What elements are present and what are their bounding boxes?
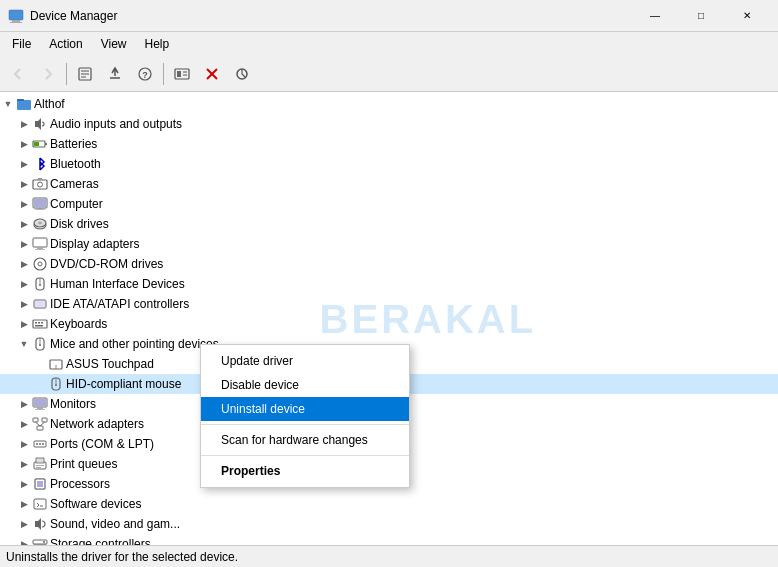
menu-view[interactable]: View (93, 35, 135, 53)
tree-item-computer[interactable]: ▶ Computer (0, 194, 778, 214)
minimize-button[interactable]: — (632, 0, 678, 32)
menu-action[interactable]: Action (41, 35, 90, 53)
uninstall-toolbar-button[interactable] (198, 60, 226, 88)
tree-item-ide[interactable]: ▶ IDE ATA/ATAPI controllers (0, 294, 778, 314)
svg-rect-31 (37, 247, 43, 249)
svg-rect-55 (37, 407, 43, 409)
ctx-scan-hardware[interactable]: Scan for hardware changes (201, 428, 409, 452)
menu-file[interactable]: File (4, 35, 39, 53)
ports-label: Ports (COM & LPT) (50, 437, 154, 451)
properties-button[interactable] (71, 60, 99, 88)
status-text: Uninstalls the driver for the selected d… (6, 550, 238, 564)
title-bar: Device Manager — □ ✕ (0, 0, 778, 32)
tree-item-sound[interactable]: ▶ Sound, video and gam... (0, 514, 778, 534)
audio-expander[interactable]: ▶ (16, 116, 32, 132)
svg-rect-10 (177, 71, 181, 77)
context-menu: Update driver Disable device Uninstall d… (200, 344, 410, 488)
show-hidden-button[interactable] (168, 60, 196, 88)
ctx-disable-device[interactable]: Disable device (201, 373, 409, 397)
ctx-update-driver-label: Update driver (221, 354, 293, 368)
tree-item-audio[interactable]: ▶ Audio inputs and outputs (0, 114, 778, 134)
display-label: Display adapters (50, 237, 139, 251)
svg-rect-32 (35, 249, 45, 250)
storage-expander[interactable]: ▶ (16, 536, 32, 545)
window-title: Device Manager (30, 9, 117, 23)
ctx-separator-2 (201, 455, 409, 456)
ctx-properties[interactable]: Properties (201, 459, 409, 483)
svg-rect-30 (33, 238, 47, 247)
root-icon (16, 96, 32, 112)
ide-label: IDE ATA/ATAPI controllers (50, 297, 189, 311)
svg-point-37 (39, 284, 41, 286)
scan-hardware-toolbar-button[interactable] (228, 60, 256, 88)
monitors-expander[interactable]: ▶ (16, 396, 32, 412)
tree-root[interactable]: ▼ Althof (0, 94, 778, 114)
ide-expander[interactable]: ▶ (16, 296, 32, 312)
ports-expander[interactable]: ▶ (16, 436, 32, 452)
disk-expander[interactable]: ▶ (16, 216, 32, 232)
sound-icon (32, 516, 48, 532)
audio-label: Audio inputs and outputs (50, 117, 182, 131)
app-icon (8, 8, 24, 24)
window-controls[interactable]: — □ ✕ (632, 0, 770, 32)
keyboards-expander[interactable]: ▶ (16, 316, 32, 332)
bluetooth-expander[interactable]: ▶ (16, 156, 32, 172)
batteries-expander[interactable]: ▶ (16, 136, 32, 152)
computer-icon (32, 196, 48, 212)
processors-icon (32, 476, 48, 492)
help-toolbar-button[interactable]: ? (131, 60, 159, 88)
menu-help[interactable]: Help (137, 35, 178, 53)
tree-item-bluetooth[interactable]: ▶ Bluetooth (0, 154, 778, 174)
toolbar-separator-1 (66, 63, 67, 85)
svg-rect-39 (35, 301, 45, 307)
software-icon (32, 496, 48, 512)
svg-point-34 (38, 262, 42, 266)
computer-expander[interactable]: ▶ (16, 196, 32, 212)
display-expander[interactable]: ▶ (16, 236, 32, 252)
forward-button[interactable] (34, 60, 62, 88)
tree-item-display[interactable]: ▶ Display adapters (0, 234, 778, 254)
hid-expander[interactable]: ▶ (16, 276, 32, 292)
camera-icon (32, 176, 48, 192)
svg-rect-0 (9, 10, 23, 20)
svg-rect-69 (36, 467, 41, 468)
tree-item-cameras[interactable]: ▶ Cameras (0, 174, 778, 194)
print-expander[interactable]: ▶ (16, 456, 32, 472)
tree-item-software[interactable]: ▶ Software devices (0, 494, 778, 514)
tree-item-batteries[interactable]: ▶ Batteries (0, 134, 778, 154)
svg-rect-41 (35, 322, 37, 324)
print-label: Print queues (50, 457, 117, 471)
dvd-expander[interactable]: ▶ (16, 256, 32, 272)
mice-expander[interactable]: ▼ (16, 336, 32, 352)
tree-item-dvd[interactable]: ▶ DVD/CD-ROM drives (0, 254, 778, 274)
cameras-expander[interactable]: ▶ (16, 176, 32, 192)
svg-rect-78 (34, 499, 46, 509)
menu-bar: File Action View Help (0, 32, 778, 56)
ctx-uninstall-device-label: Uninstall device (221, 402, 305, 416)
svg-point-82 (43, 541, 45, 543)
back-button[interactable] (4, 60, 32, 88)
tree-item-disk[interactable]: ▶ Disk drives (0, 214, 778, 234)
software-expander[interactable]: ▶ (16, 496, 32, 512)
update-driver-toolbar-button[interactable] (101, 60, 129, 88)
network-expander[interactable]: ▶ (16, 416, 32, 432)
ctx-update-driver[interactable]: Update driver (201, 349, 409, 373)
close-button[interactable]: ✕ (724, 0, 770, 32)
svg-rect-54 (34, 399, 46, 406)
maximize-button[interactable]: □ (678, 0, 724, 32)
svg-point-47 (39, 344, 41, 346)
svg-rect-58 (42, 418, 47, 422)
keyboard-icon (32, 316, 48, 332)
tree-item-storage[interactable]: ▶ Storage controllers (0, 534, 778, 545)
tree-item-hid[interactable]: ▶ Human Interface Devices (0, 274, 778, 294)
svg-rect-71 (37, 481, 43, 487)
processors-expander[interactable]: ▶ (16, 476, 32, 492)
keyboards-label: Keyboards (50, 317, 107, 331)
svg-rect-24 (34, 199, 46, 207)
sound-expander[interactable]: ▶ (16, 516, 32, 532)
tree-item-keyboards[interactable]: ▶ Keyboards (0, 314, 778, 334)
root-expander[interactable]: ▼ (0, 96, 16, 112)
ctx-properties-label: Properties (221, 464, 280, 478)
ctx-uninstall-device[interactable]: Uninstall device (201, 397, 409, 421)
print-icon (32, 456, 48, 472)
